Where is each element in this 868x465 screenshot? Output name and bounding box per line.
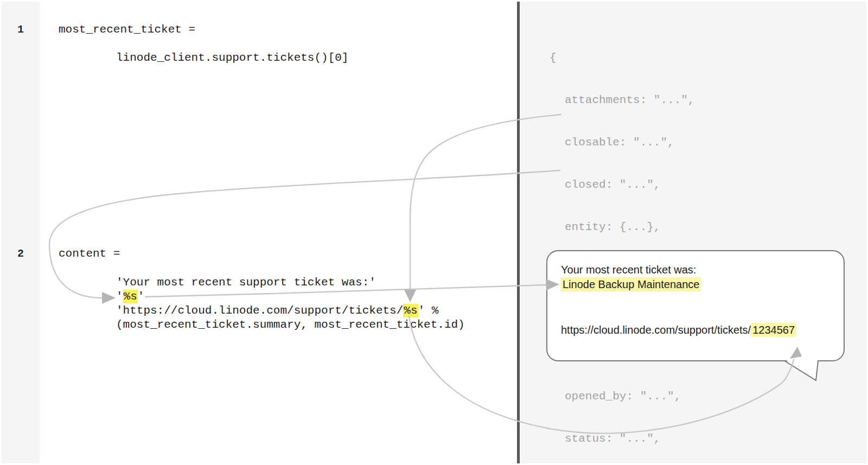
json-line-closable: closable: "...", (550, 136, 819, 150)
bubble-intro-text: Your most recent ticket was: (561, 263, 696, 277)
code-line-tickets-call: linode_client.support.tickets()[0] (116, 51, 348, 65)
json-line-closed: closed: "...", (550, 178, 819, 192)
url-prefix: https://cloud.linode.com/support/tickets… (561, 324, 751, 336)
code-string-line-3: 'https://cloud.linode.com/support/ticket… (116, 304, 438, 318)
code-line-assignment-content: content = (59, 247, 120, 261)
bubble-ticket-url: https://cloud.linode.com/support/tickets… (561, 323, 796, 337)
ticket-title-highlight: Linode Backup Maintenance (561, 277, 701, 291)
ticket-id-highlight: 1234567 (751, 323, 796, 337)
line-number-gutter (2, 2, 40, 463)
json-line-attachments: attachments: "...", (550, 93, 819, 107)
code-string-line-1: 'Your most recent support ticket was:' (116, 276, 376, 290)
json-line-opened-by: opened_by: "...", (550, 390, 819, 404)
arrowhead-right-placeholder (102, 292, 116, 304)
code-line-assignment-ticket: most_recent_ticket = (59, 23, 195, 37)
line-number-1: 1 (2, 23, 40, 37)
bubble-ticket-title: Linode Backup Maintenance (561, 277, 701, 292)
json-open-brace: { (550, 51, 819, 65)
code-string-line-2: '%s' (116, 290, 144, 304)
format-operator: ' % (418, 304, 439, 317)
code-string-line-4: (most_recent_ticket.summary, most_recent… (116, 318, 465, 332)
quote: ' (138, 290, 145, 303)
json-line-status: status: "...", (550, 432, 819, 446)
placeholder-summary-token: %s (123, 290, 138, 303)
url-string: 'https://cloud.linode.com/support/ticket… (116, 304, 403, 317)
line-number-2: 2 (2, 247, 40, 261)
json-line-entity: entity: {...}, (550, 220, 819, 234)
arrowhead-down-url-placeholder (404, 290, 416, 302)
output-speech-bubble: Your most recent ticket was: Linode Back… (546, 250, 845, 361)
quote: ' (116, 290, 123, 303)
json-response-block: { attachments: "...", closable: "...", c… (550, 23, 819, 465)
panel-divider (517, 2, 520, 463)
placeholder-id-token: %s (403, 304, 418, 317)
